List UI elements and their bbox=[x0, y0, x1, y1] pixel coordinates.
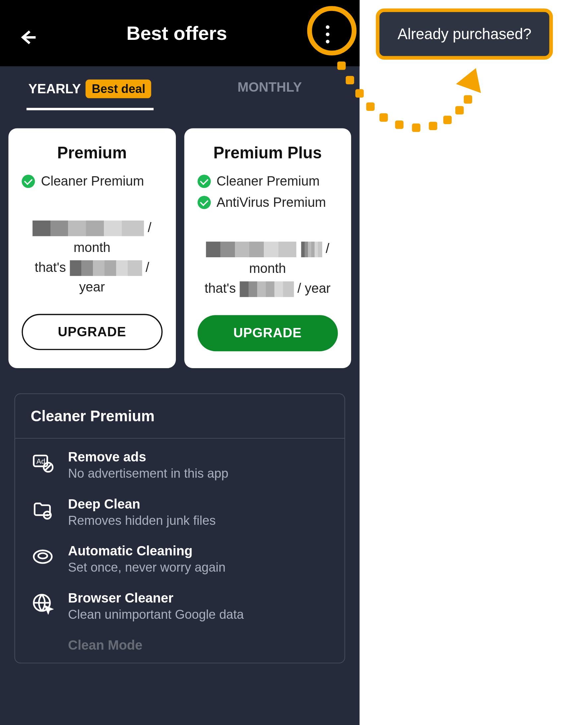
plan-card-premium-plus: Premium Plus Cleaner Premium AntiVirus P… bbox=[184, 128, 351, 368]
tab-monthly-label: MONTHLY bbox=[237, 80, 302, 95]
plan-title: Premium bbox=[22, 144, 162, 163]
sparkle-icon bbox=[31, 638, 55, 663]
feature-item: Ad Remove ads No advertisement in this a… bbox=[15, 438, 344, 486]
plan-cards: Premium Cleaner Premium / month that's /… bbox=[0, 110, 360, 368]
plan-card-premium: Premium Cleaner Premium / month that's /… bbox=[8, 128, 175, 368]
upgrade-premium-button[interactable]: UPGRADE bbox=[22, 314, 162, 350]
svg-line-3 bbox=[45, 464, 51, 470]
check-icon bbox=[22, 174, 35, 188]
tab-monthly[interactable]: MONTHLY bbox=[180, 80, 360, 110]
feature-sub: Removes hidden junk files bbox=[68, 513, 216, 528]
redacted-price bbox=[70, 260, 142, 276]
ad-block-icon: Ad bbox=[31, 451, 55, 475]
more-menu-button[interactable] bbox=[307, 13, 349, 56]
tab-yearly[interactable]: YEARLY Best deal bbox=[0, 80, 180, 110]
price-block: / month that's / year bbox=[22, 218, 162, 297]
upgrade-premium-plus-button[interactable]: UPGRADE bbox=[197, 315, 338, 351]
svg-point-7 bbox=[38, 553, 47, 558]
feature-head: Clean Mode bbox=[68, 637, 142, 653]
feature-head: Deep Clean bbox=[68, 496, 216, 512]
folder-eye-icon bbox=[31, 497, 55, 521]
robot-vacuum-icon bbox=[31, 544, 55, 568]
redacted-price bbox=[239, 281, 294, 297]
plan-feature: Cleaner Premium bbox=[197, 172, 338, 191]
best-deal-badge: Best deal bbox=[86, 80, 151, 98]
already-purchased-label: Already purchased? bbox=[398, 25, 531, 42]
feature-item: Clean Mode bbox=[15, 626, 344, 663]
feature-head: Remove ads bbox=[68, 449, 228, 465]
feature-head: Browser Cleaner bbox=[68, 590, 244, 606]
redacted-price bbox=[206, 241, 296, 257]
tab-yearly-label: YEARLY bbox=[28, 81, 81, 97]
globe-cursor-icon bbox=[31, 592, 55, 616]
feature-item: Browser Cleaner Clean unimportant Google… bbox=[15, 579, 344, 626]
feature-sub: Clean unimportant Google data bbox=[68, 607, 244, 622]
svg-point-5 bbox=[46, 514, 48, 516]
already-purchased-popup[interactable]: Already purchased? bbox=[376, 8, 553, 59]
redacted-price bbox=[33, 221, 144, 236]
check-icon bbox=[197, 196, 210, 209]
plan-feature: AntiVirus Premium bbox=[197, 193, 338, 212]
more-vertical-icon bbox=[326, 33, 330, 36]
billing-tabs: YEARLY Best deal MONTHLY bbox=[0, 66, 360, 110]
feature-item: Automatic Cleaning Set once, never worry… bbox=[15, 533, 344, 580]
plan-title: Premium Plus bbox=[197, 144, 338, 163]
back-button[interactable] bbox=[15, 25, 39, 49]
redacted-price bbox=[301, 241, 322, 257]
check-icon bbox=[197, 174, 210, 188]
app-header: Best offers bbox=[0, 0, 360, 66]
feature-head: Automatic Cleaning bbox=[68, 543, 226, 559]
features-panel: Cleaner Premium Ad Remove ads No adverti… bbox=[15, 393, 345, 663]
price-block: / month that's / year bbox=[197, 239, 338, 298]
feature-item: Deep Clean Removes hidden junk files bbox=[15, 485, 344, 533]
features-panel-title: Cleaner Premium bbox=[15, 394, 344, 438]
feature-sub: Set once, never worry again bbox=[68, 560, 226, 575]
feature-sub: No advertisement in this app bbox=[68, 466, 228, 481]
page-title: Best offers bbox=[15, 22, 338, 44]
plan-feature: Cleaner Premium bbox=[22, 172, 162, 191]
